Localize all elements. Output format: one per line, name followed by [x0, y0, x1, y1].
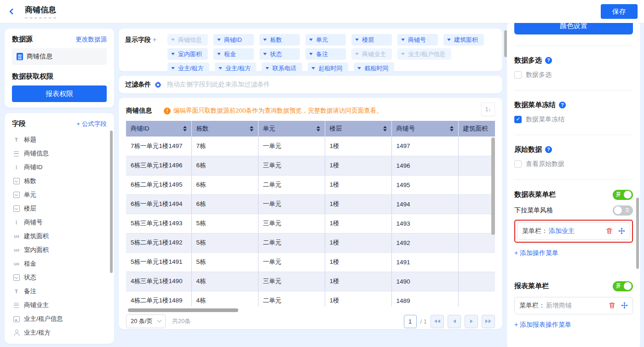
prev-page-button[interactable] — [448, 315, 461, 328]
dropdown-style-toggle[interactable]: 关 — [613, 205, 633, 216]
display-field-chip[interactable]: 建筑面积 — [443, 34, 484, 46]
display-field-chip[interactable]: 备注 — [305, 48, 346, 60]
change-datasource-link[interactable]: 更改数据源 — [76, 35, 107, 44]
sort-caret-icon[interactable] — [316, 126, 320, 131]
multi-select-checkbox-row[interactable]: 数据多选 — [514, 71, 633, 79]
field-label: 商铺业主 — [24, 301, 49, 309]
field-item[interactable]: 租金 — [12, 257, 107, 271]
page-size-select[interactable]: 20 条/页 — [126, 314, 166, 328]
help-icon[interactable] — [545, 57, 552, 64]
table-vertical-scrollbar[interactable] — [491, 137, 495, 235]
display-field-chip[interactable]: 室内面积 — [167, 48, 208, 60]
field-item[interactable]: 商铺ID — [12, 160, 107, 174]
datasource-item[interactable]: 商铺信息 — [12, 48, 107, 65]
display-field-chip[interactable]: 单元 — [305, 34, 346, 46]
cell-building: 7栋 — [191, 137, 258, 156]
add-display-field-button[interactable]: + — [153, 36, 156, 43]
field-item[interactable]: 商铺信息 — [12, 147, 107, 160]
raw-data-checkbox-row[interactable]: 查看原始数据 — [514, 160, 633, 168]
fields-scrollbar[interactable] — [110, 131, 113, 273]
trash-icon[interactable] — [609, 302, 615, 309]
field-item[interactable]: 室内面积 — [12, 243, 107, 257]
display-field-chip[interactable]: 联系电话 — [262, 63, 302, 74]
field-item[interactable]: 商铺业主 — [12, 298, 107, 312]
cell-area — [458, 272, 495, 291]
menu-item-box[interactable]: 菜单栏： 新增商铺 — [514, 297, 633, 314]
field-item[interactable]: 标题 — [12, 133, 107, 147]
report-menubar-toggle[interactable]: 开 — [613, 281, 633, 291]
display-field-chip[interactable]: 商铺号 — [397, 34, 438, 46]
table-column-header[interactable]: 商铺号 — [391, 121, 458, 137]
next-page-button[interactable] — [465, 315, 478, 328]
first-page-button[interactable] — [431, 315, 444, 328]
field-item[interactable]: 建筑面积 — [12, 229, 107, 243]
move-icon[interactable] — [621, 302, 628, 309]
display-field-chip[interactable]: 商铺信息 — [167, 34, 208, 46]
help-icon[interactable] — [545, 146, 552, 153]
back-button[interactable] — [6, 6, 18, 17]
table-column-header[interactable]: 单元 — [258, 121, 325, 137]
menu-item-box[interactable]: 菜单栏： 添加业主 — [517, 222, 630, 240]
field-item[interactable]: 栋数 — [12, 174, 107, 188]
add-report-action-menu-link[interactable]: + 添加报表操作菜单 — [514, 321, 571, 329]
menu-item-value[interactable]: 添加业主 — [549, 227, 575, 235]
display-field-chip[interactable]: 栋数 — [259, 34, 300, 46]
field-item[interactable]: 单元 — [12, 188, 107, 202]
field-item[interactable]: 商铺号 — [12, 216, 107, 229]
chip-label: 建筑面积 — [454, 36, 478, 44]
table-column-header[interactable]: 建筑面积 — [458, 121, 495, 137]
table-column-header[interactable]: 楼层 — [325, 121, 391, 137]
display-field-chip[interactable]: 起租时间 — [308, 63, 348, 74]
page-number-input[interactable]: 1 — [404, 315, 417, 328]
table-column-header[interactable]: 栋数 — [191, 121, 258, 137]
sort-caret-icon[interactable] — [183, 126, 187, 131]
field-item[interactable]: 业主/租方 — [12, 326, 107, 340]
panel-scrollbar[interactable] — [636, 198, 639, 269]
field-item[interactable]: 楼层 — [12, 202, 107, 216]
sort-caret-icon[interactable] — [450, 126, 454, 131]
display-field-chip[interactable]: 商铺ID — [213, 34, 254, 46]
add-action-menu-link[interactable]: + 添加操作菜单 — [514, 249, 558, 257]
field-item[interactable]: 状态 — [12, 271, 107, 284]
display-field-chip[interactable]: 业主/租方 — [215, 63, 257, 74]
field-item[interactable]: 业主/租户信息 — [12, 312, 107, 326]
report-menubar-title-row: 报表菜单栏 开 — [514, 281, 633, 291]
sort-caret-icon[interactable] — [383, 126, 387, 131]
chip-label: 商铺号 — [408, 36, 426, 44]
last-page-button[interactable] — [482, 315, 495, 328]
chevron-down-icon — [357, 67, 361, 69]
table-row: 5栋一单元1楼1491 5栋 一单元 1楼 1491 — [126, 252, 495, 272]
table-horizontal-scrollbar[interactable] — [128, 308, 238, 312]
menu-item-value[interactable]: 新增商铺 — [546, 301, 572, 310]
save-button[interactable]: 保存 — [601, 4, 638, 19]
table-menubar-toggle[interactable]: 开 — [613, 190, 633, 200]
display-field-chip[interactable]: 楼层 — [351, 34, 392, 46]
trash-icon[interactable] — [606, 228, 613, 234]
display-field-chip[interactable]: 业主/租方 — [167, 63, 209, 74]
display-field-chip[interactable]: 租金 — [213, 48, 254, 60]
sort-order-tool[interactable]: 1↓ — [481, 102, 495, 116]
checkbox-unchecked[interactable] — [514, 160, 522, 168]
column-label: 栋数 — [196, 125, 209, 133]
display-field-chip[interactable]: 状态 — [259, 48, 300, 60]
add-formula-field-link[interactable]: + 公式字段 — [76, 120, 107, 128]
display-field-chip[interactable]: 商铺业主 — [351, 48, 392, 60]
gear-icon[interactable] — [155, 81, 161, 88]
menu-freeze-checkbox-row[interactable]: 数据菜单冻结 — [514, 115, 633, 124]
field-item[interactable]: 备注 — [12, 284, 107, 298]
field-label: 室内面积 — [24, 246, 49, 254]
report-permission-button[interactable]: 报表权限 — [12, 85, 107, 102]
checkbox-unchecked[interactable] — [514, 71, 522, 79]
color-settings-button[interactable]: 颜色设置 — [514, 22, 633, 34]
column-label: 商铺号 — [397, 125, 415, 133]
table-row: 6栋二单元1楼1495 6栋 二单元 1楼 1495 — [126, 175, 495, 194]
display-field-chip[interactable]: 业主/租户信息 — [397, 48, 451, 60]
field-label: 单元 — [24, 191, 36, 199]
checkbox-checked[interactable] — [514, 116, 522, 123]
table-column-header[interactable]: 商铺ID — [126, 121, 191, 137]
move-icon[interactable] — [618, 228, 625, 234]
sort-caret-icon[interactable] — [250, 126, 253, 131]
help-icon[interactable] — [559, 102, 566, 108]
cell-area — [458, 194, 495, 214]
display-field-chip[interactable]: 截租时间 — [354, 63, 394, 74]
